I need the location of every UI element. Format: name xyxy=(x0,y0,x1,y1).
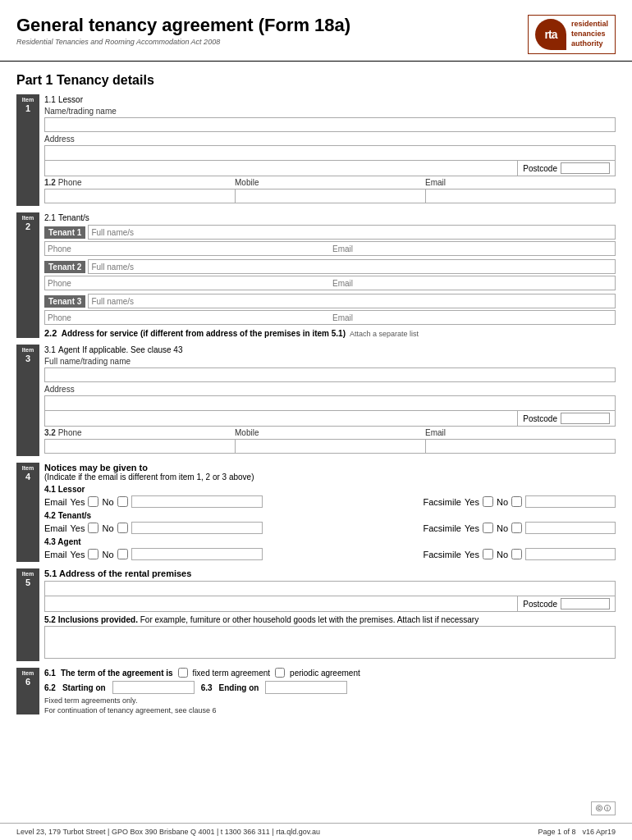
tenant2-name-input[interactable] xyxy=(88,259,616,274)
term-note1: Fixed term agreements only. xyxy=(44,696,616,705)
tenant2-label: Tenant 2 xyxy=(44,261,85,273)
periodic-checkbox[interactable] xyxy=(275,668,285,678)
lessor-yes-label: Yes xyxy=(71,497,85,507)
lessor-fax-yes-checkbox[interactable] xyxy=(483,496,493,507)
item3-badge: Item 3 xyxy=(16,345,39,456)
lessor-no-label: No xyxy=(102,497,113,507)
tenant-fax-no-checkbox[interactable] xyxy=(511,523,522,533)
lessor-email-yes-checkbox[interactable] xyxy=(88,496,98,507)
content: Part 1 Tenancy details Item 1 1.1 Lessor… xyxy=(0,62,632,729)
agent-fax-yes-checkbox[interactable] xyxy=(483,549,493,559)
footer: Level 23, 179 Turbot Street | GPO Box 39… xyxy=(0,823,632,840)
logo-box: rta residential tenancies authority xyxy=(528,15,616,54)
section21-label: 2.1 Tenant/s xyxy=(44,212,616,222)
agent-fax-no-checkbox[interactable] xyxy=(511,549,522,559)
start-date-input[interactable] xyxy=(112,681,195,694)
lessor-email-no-checkbox[interactable] xyxy=(117,496,128,507)
tenant-notice-row: Email Yes No Facsimile Yes No xyxy=(44,522,616,534)
lessor-notice-row: Email Yes No Facsimile Yes No xyxy=(44,495,616,508)
section61-title: The term of the agreement is xyxy=(61,669,173,678)
lessor-fax-label: Facsimile xyxy=(424,497,461,507)
agent-mobile-input[interactable] xyxy=(235,439,425,454)
item2-content: 2.1 Tenant/s Tenant 1 Tenan xyxy=(44,212,616,338)
tenant-email-yes-checkbox[interactable] xyxy=(88,523,98,533)
tenant-email-no-checkbox[interactable] xyxy=(117,523,128,533)
item4-title: Notices may be given to xyxy=(44,463,616,472)
item5-content: 5.1 Address of the rental premises Postc… xyxy=(44,568,616,661)
item1-section: Item 1 1.1 Lessor Name/trading name Addr… xyxy=(16,94,616,206)
item6-content: 6.1 The term of the agreement is fixed t… xyxy=(44,668,616,714)
page: General tenancy agreement (Form 18a) Res… xyxy=(0,0,632,840)
tenant-fax-value-input[interactable] xyxy=(525,522,616,534)
lessor-mobile-input[interactable] xyxy=(235,189,425,203)
logo-text: residential tenancies authority xyxy=(571,20,608,48)
tenant2-email-input[interactable] xyxy=(330,276,616,290)
lessor-contact-row: 1.2 Phone Mobile Email xyxy=(44,178,616,203)
tenant3-row: Tenant 3 xyxy=(44,294,616,308)
item6-badge: Item 6 xyxy=(16,668,39,714)
item2-section: Item 2 2.1 Tenant/s Tenant 1 xyxy=(16,212,616,338)
term-notes: Fixed term agreements only. For continua… xyxy=(44,696,616,714)
lessor-email-value-input[interactable] xyxy=(131,495,263,508)
agent-name-input[interactable] xyxy=(44,368,616,382)
term-note2: For continuation of tenancy agreement, s… xyxy=(44,706,616,714)
tenant-email-value-input[interactable] xyxy=(131,522,263,534)
agent-notice-row: Email Yes No Facsimile Yes No xyxy=(44,548,616,560)
section31-label: 3.1 Agent If applicable. See clause 43 xyxy=(44,345,616,354)
lessor-phone-input[interactable] xyxy=(44,189,235,203)
fixed-term-checkbox[interactable] xyxy=(178,668,188,678)
tenant1-label: Tenant 1 xyxy=(44,226,85,239)
premises-postcode-input[interactable] xyxy=(561,598,610,609)
item1-badge: Item 1 xyxy=(16,94,39,206)
footer-version: v16 Apr19 xyxy=(582,828,616,836)
tenant1-phone-input[interactable] xyxy=(44,241,330,256)
form-title: General tenancy agreement (Form 18a) xyxy=(16,15,350,36)
agent-email-input[interactable] xyxy=(425,439,616,454)
rta-logo: rta xyxy=(535,19,566,50)
item5-badge: Item 5 xyxy=(16,568,39,661)
agent-email-value-input[interactable] xyxy=(131,548,263,560)
item4-subtitle: (Indicate if the email is different from… xyxy=(44,472,616,482)
tenant3-name-input[interactable] xyxy=(88,294,616,308)
header-left: General tenancy agreement (Form 18a) Res… xyxy=(16,15,350,46)
tenant3-phone-input[interactable] xyxy=(44,310,330,325)
address-label: Address xyxy=(44,135,616,144)
section43-label: 4.3 Agent xyxy=(44,537,616,546)
term-row: 6.1 The term of the agreement is fixed t… xyxy=(44,668,616,678)
name-label: Name/trading name xyxy=(44,107,616,116)
section11-label: 1.1 Lessor xyxy=(44,94,616,104)
tenant1-email-input[interactable] xyxy=(330,241,616,256)
dates-row: 6.2 Starting on 6.3 Ending on xyxy=(44,681,616,694)
item3-section: Item 3 3.1 Agent If applicable. See clau… xyxy=(16,345,616,456)
agent-phone-input[interactable] xyxy=(44,439,235,454)
section63-label: 6.3 xyxy=(201,683,213,692)
premises-postcode-label: Postcode xyxy=(523,600,557,609)
tenant3-contact-row xyxy=(44,310,616,325)
agent-address-box: Postcode xyxy=(44,395,616,427)
end-date-input[interactable] xyxy=(265,681,347,694)
agent-email-no-checkbox[interactable] xyxy=(117,549,128,559)
tenant-fax-yes-checkbox[interactable] xyxy=(483,523,493,533)
item2-badge: Item 2 xyxy=(16,212,39,338)
tenant1-name-input[interactable] xyxy=(88,225,616,240)
agent-postcode-input[interactable] xyxy=(561,413,610,424)
section42-label: 4.2 Tenant/s xyxy=(44,511,616,520)
tenant1-row: Tenant 1 xyxy=(44,225,616,240)
agent-fax-label: Facsimile xyxy=(424,550,461,559)
section52-label: 5.2 Inclusions provided. For example, fu… xyxy=(44,615,616,624)
section62-label: 6.2 xyxy=(44,683,56,692)
agent-fax-value-input[interactable] xyxy=(525,548,616,560)
agent-email-yes-checkbox[interactable] xyxy=(88,549,98,559)
lessor-postcode-input[interactable] xyxy=(561,162,610,174)
agent-postcode-label: Postcode xyxy=(523,414,557,423)
lessor-fax-value-input[interactable] xyxy=(525,495,616,508)
tenant2-phone-input[interactable] xyxy=(44,276,330,290)
tenant3-email-input[interactable] xyxy=(330,310,616,325)
lessor-email-input[interactable] xyxy=(425,189,616,203)
tenant2-row: Tenant 2 xyxy=(44,259,616,274)
lessor-name-input[interactable] xyxy=(44,117,616,132)
footer-page: Page 1 of 8 xyxy=(538,828,575,836)
premises-address-box: Postcode xyxy=(44,581,616,612)
item5-section: Item 5 5.1 Address of the rental premise… xyxy=(16,568,616,661)
lessor-fax-no-checkbox[interactable] xyxy=(511,496,522,507)
